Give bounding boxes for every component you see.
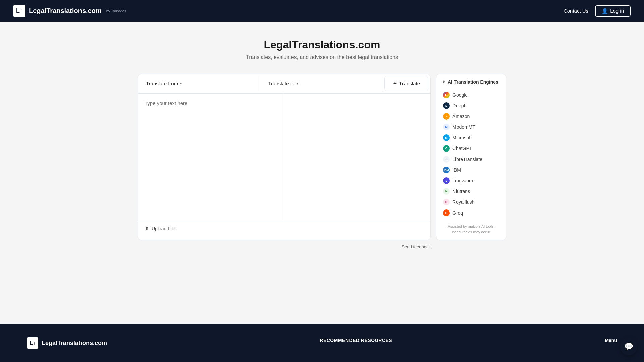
engine-name-niutrans: Niutrans xyxy=(452,189,470,194)
footer-resources-label: RECOMMENDED RESOURCES xyxy=(320,338,392,343)
google-logo: G xyxy=(443,92,450,98)
lingvanex-logo: L xyxy=(443,177,450,184)
engine-name-ibm: IBM xyxy=(452,167,461,173)
source-text-input[interactable] xyxy=(138,94,284,221)
royalflush-logo: R xyxy=(443,199,450,205)
engine-item-libretranslate[interactable]: LLibreTranslate xyxy=(442,154,501,165)
page-subtitle: Translates, evaluates, and advises on th… xyxy=(7,54,637,60)
chevron-down-icon: ▾ xyxy=(297,81,299,86)
footer-resources: RECOMMENDED RESOURCES xyxy=(320,337,392,343)
engine-name-amazon: Amazon xyxy=(452,114,470,119)
chatgpt-logo: C xyxy=(443,145,450,152)
amazon-logo: a xyxy=(443,113,450,120)
login-label: Log in xyxy=(610,8,624,14)
footer-menu-label: Menu xyxy=(605,338,617,343)
login-icon: 👤 xyxy=(602,8,608,14)
text-output-area xyxy=(284,94,431,221)
translate-to-label: Translate to xyxy=(268,81,295,86)
engine-item-royalflush[interactable]: RRoyalflush xyxy=(442,197,501,207)
engine-item-lingvanex[interactable]: LLingvanex xyxy=(442,175,501,186)
engine-name-modernmt: ModernMT xyxy=(452,124,475,130)
engines-title-label: AI Translation Engines xyxy=(448,79,498,85)
niutrans-logo: N xyxy=(443,188,450,195)
translate-icon: ✦ xyxy=(393,80,397,87)
page-title: LegalTranslations.com xyxy=(7,39,637,51)
engine-item-deepl[interactable]: DDeepL xyxy=(442,100,501,111)
groq-logo: G xyxy=(443,209,450,216)
translate-button[interactable]: ✦ Translate xyxy=(384,76,428,91)
ai-engines-panel: ✦ AI Translation Engines GGoogleDDeepLaA… xyxy=(436,74,506,240)
translator-wrapper: Translate from ▾ Translate to ▾ ✦ Transl… xyxy=(138,74,506,240)
ibm-logo: IBM xyxy=(443,167,450,173)
engine-item-modernmt[interactable]: MModernMT xyxy=(442,122,501,132)
footer: L↑ LegalTranslations.com RECOMMENDED RES… xyxy=(0,324,644,362)
translator-header: Translate from ▾ Translate to ▾ ✦ Transl… xyxy=(138,74,430,94)
engine-name-royalflush: Royalflush xyxy=(452,199,474,205)
logo-by: by Tornades xyxy=(106,9,126,13)
translate-from-label: Translate from xyxy=(146,81,178,86)
engine-name-google: Google xyxy=(452,92,468,98)
engine-item-google[interactable]: GGoogle xyxy=(442,89,501,100)
upload-file-button[interactable]: ⬆ Upload File xyxy=(138,221,430,236)
send-feedback-link[interactable]: Send feedback xyxy=(401,244,431,249)
upload-icon: ⬆ xyxy=(145,225,149,232)
main-content: LegalTranslations.com Translates, evalua… xyxy=(0,22,644,324)
login-button[interactable]: 👤 Log in xyxy=(595,5,631,17)
deepl-logo: D xyxy=(443,102,450,109)
upload-label: Upload File xyxy=(152,226,175,231)
text-input-area xyxy=(138,94,284,221)
engines-icon: ✦ xyxy=(442,79,446,85)
footer-logo[interactable]: L↑ LegalTranslations.com xyxy=(27,337,107,349)
engines-list: GGoogleDDeepLaAmazonMModernMTMMicrosoftC… xyxy=(442,89,501,218)
engine-name-chatgpt: ChatGPT xyxy=(452,146,472,151)
engine-item-chatgpt[interactable]: CChatGPT xyxy=(442,143,501,154)
translator-main: Translate from ▾ Translate to ▾ ✦ Transl… xyxy=(138,74,431,240)
header: L↑ LegalTranslations.com by Tornades Con… xyxy=(0,0,644,22)
engine-item-ibm[interactable]: IBMIBM xyxy=(442,165,501,175)
engine-item-amazon[interactable]: aAmazon xyxy=(442,111,501,122)
logo-icon: L↑ xyxy=(13,5,25,17)
footer-menu[interactable]: Menu xyxy=(605,337,617,343)
chat-widget-button[interactable]: 💬 xyxy=(620,338,637,355)
modernmt-logo: M xyxy=(443,124,450,130)
microsoft-logo: M xyxy=(443,134,450,141)
engine-item-niutrans[interactable]: NNiutrans xyxy=(442,186,501,197)
engine-name-deepl: DeepL xyxy=(452,103,466,108)
engines-title: ✦ AI Translation Engines xyxy=(442,79,501,85)
engine-name-libretranslate: LibreTranslate xyxy=(452,157,482,162)
chevron-down-icon: ▾ xyxy=(180,81,182,86)
logo-text: LegalTranslations.com xyxy=(29,7,102,15)
engine-name-lingvanex: Lingvanex xyxy=(452,178,474,183)
engine-item-groq[interactable]: GGroq xyxy=(442,207,501,218)
engine-name-groq: Groq xyxy=(452,210,463,216)
header-logo[interactable]: L↑ LegalTranslations.com by Tornades xyxy=(13,5,126,17)
feedback-row: Send feedback xyxy=(138,244,506,249)
translate-button-label: Translate xyxy=(399,81,420,86)
chat-icon: 💬 xyxy=(624,342,633,351)
translated-text-output[interactable] xyxy=(284,94,431,221)
language-from-selector[interactable]: Translate from ▾ xyxy=(138,75,260,92)
translator-body xyxy=(138,94,430,221)
engines-disclaimer: Assisted by multiple AI tools, inaccurac… xyxy=(442,224,501,235)
contact-link[interactable]: Contact Us xyxy=(564,8,588,14)
engine-item-microsoft[interactable]: MMicrosoft xyxy=(442,132,501,143)
engine-name-microsoft: Microsoft xyxy=(452,135,472,140)
language-to-selector[interactable]: Translate to ▾ xyxy=(260,75,383,92)
footer-logo-icon: L↑ xyxy=(27,337,38,349)
header-right: Contact Us 👤 Log in xyxy=(564,5,631,17)
libretranslate-logo: L xyxy=(443,156,450,163)
footer-logo-text: LegalTranslations.com xyxy=(42,340,107,347)
